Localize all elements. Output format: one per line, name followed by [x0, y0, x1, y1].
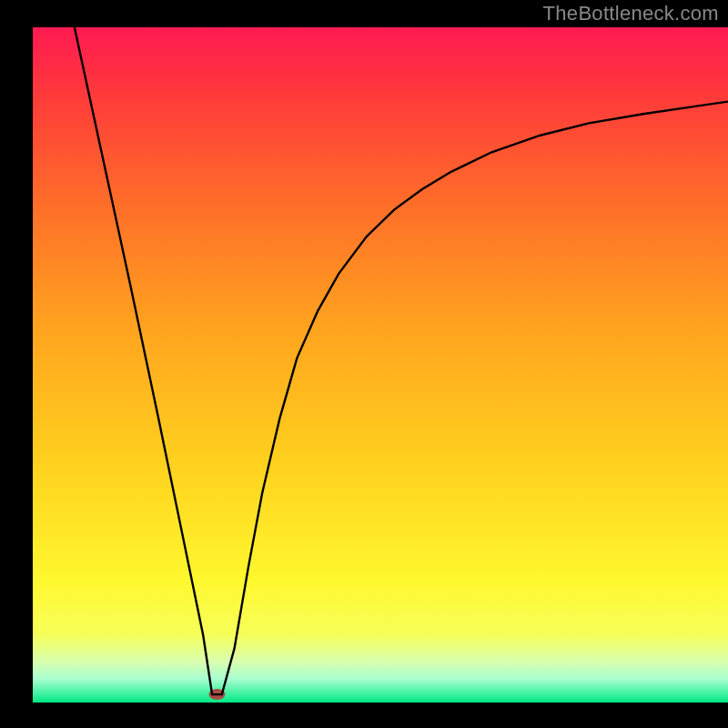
svg-rect-0 [0, 703, 728, 728]
plot-background [33, 27, 728, 703]
attribution-text: TheBottleneck.com [543, 2, 719, 25]
bottleneck-chart [0, 0, 728, 728]
chart-wrapper: TheBottleneck.com [0, 0, 728, 728]
axes [0, 703, 728, 728]
